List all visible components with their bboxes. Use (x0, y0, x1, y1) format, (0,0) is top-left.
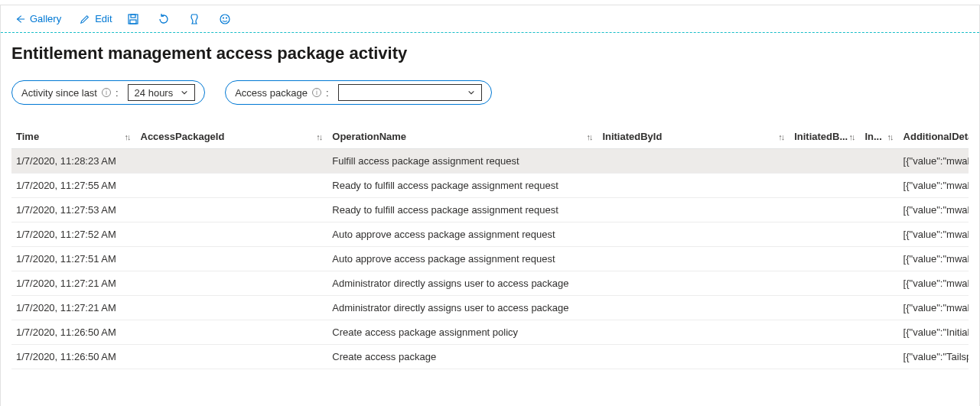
activity-dropdown[interactable]: 24 hours (128, 84, 196, 101)
cell-in (860, 345, 898, 369)
pin-button[interactable] (187, 12, 201, 26)
table-header-row: Time↑↓ AccessPackageId↑↓ OperationName↑↓… (11, 125, 969, 149)
cell-op: Ready to fulfill access package assignme… (327, 198, 597, 222)
cell-in (860, 149, 898, 174)
cell-in (860, 198, 898, 222)
activity-label: Activity since last (21, 87, 97, 99)
table-row[interactable]: 1/7/2020, 11:27:21 AMAdministrator direc… (11, 296, 969, 320)
cell-in (860, 296, 898, 320)
activity-since-filter[interactable]: Activity since last i : 24 hours (11, 80, 205, 105)
access-pkg-label: Access package (235, 87, 308, 99)
col-header-additionaldetails[interactable]: AdditionalDeta (899, 125, 969, 149)
cell-add: [{"value":"mwah (899, 222, 969, 247)
refresh-button[interactable] (157, 12, 171, 26)
cell-initid (597, 149, 790, 174)
col-header-initiatedb[interactable]: InitiatedB...↑↓ (790, 125, 860, 149)
sort-icon: ↑↓ (887, 132, 893, 141)
cell-pkg (136, 320, 328, 345)
feedback-button[interactable] (218, 12, 232, 26)
section-separator (1, 32, 979, 33)
svg-point-4 (223, 18, 223, 18)
cell-in (860, 222, 898, 247)
cell-time: 1/7/2020, 11:26:50 AM (11, 320, 136, 345)
svg-point-3 (220, 15, 230, 24)
chevron-down-icon (467, 89, 475, 96)
back-arrow-icon (15, 14, 25, 24)
smiley-icon (219, 13, 231, 25)
col-header-operationname[interactable]: OperationName↑↓ (327, 125, 597, 149)
cell-pkg (136, 345, 328, 369)
cell-pkg (136, 149, 328, 174)
cell-time: 1/7/2020, 11:27:51 AM (11, 247, 136, 271)
cell-initb (790, 198, 860, 222)
sort-icon: ↑↓ (316, 132, 321, 141)
cell-time: 1/7/2020, 11:26:50 AM (11, 345, 136, 369)
cell-initb (790, 345, 860, 369)
access-package-filter[interactable]: Access package i : (225, 80, 491, 105)
cell-op: Auto approve access package assignment r… (327, 222, 597, 247)
table-row[interactable]: 1/7/2020, 11:27:53 AMReady to fulfill ac… (11, 198, 969, 222)
cell-initb (790, 222, 860, 247)
edit-link[interactable]: Edit (77, 11, 115, 26)
cell-add: [{"value":"mwah (899, 296, 969, 320)
cell-initid (597, 296, 790, 320)
results-table-wrap: Time↑↓ AccessPackageId↑↓ OperationName↑↓… (11, 125, 969, 369)
cell-add: [{"value":"mwah (899, 149, 969, 174)
col-header-op-label: OperationName (332, 131, 406, 142)
sort-icon: ↑↓ (125, 132, 130, 141)
cell-pkg (136, 247, 328, 271)
cell-initid (597, 271, 790, 296)
table-row[interactable]: 1/7/2020, 11:27:21 AMAdministrator direc… (11, 271, 969, 296)
table-row[interactable]: 1/7/2020, 11:26:50 AMCreate access packa… (11, 345, 969, 369)
table-row[interactable]: 1/7/2020, 11:27:51 AMAuto approve access… (11, 247, 969, 271)
col-header-time[interactable]: Time↑↓ (11, 125, 136, 149)
table-row[interactable]: 1/7/2020, 11:28:23 AMFulfill access pack… (11, 149, 969, 174)
info-icon[interactable]: i (102, 88, 111, 97)
table-row[interactable]: 1/7/2020, 11:26:50 AMCreate access packa… (11, 320, 969, 345)
cell-in (860, 174, 898, 198)
content-area: Entitlement management access package ac… (1, 33, 979, 369)
sort-icon: ↑↓ (848, 132, 854, 141)
cell-op: Create access package (327, 345, 597, 369)
gallery-link[interactable]: Gallery (11, 11, 64, 26)
cell-initid (597, 174, 790, 198)
save-button[interactable] (126, 12, 140, 26)
col-header-initid-label: InitiatedById (602, 131, 662, 142)
col-header-accesspackageid[interactable]: AccessPackageId↑↓ (136, 125, 328, 149)
svg-rect-1 (131, 15, 135, 18)
table-row[interactable]: 1/7/2020, 11:27:55 AMReady to fulfill ac… (11, 174, 969, 198)
toolbar: Gallery Edit (1, 5, 979, 32)
sort-icon: ↑↓ (586, 132, 591, 141)
cell-initid (597, 222, 790, 247)
cell-op: Administrator directly assigns user to a… (327, 271, 597, 296)
col-header-initb-label: InitiatedB... (794, 131, 848, 142)
cell-time: 1/7/2020, 11:27:52 AM (11, 222, 136, 247)
table-body: 1/7/2020, 11:28:23 AMFulfill access pack… (11, 149, 969, 369)
cell-add: [{"value":"Tailspi (899, 345, 969, 369)
cell-initb (790, 247, 860, 271)
cell-in (860, 271, 898, 296)
cell-initb (790, 296, 860, 320)
cell-initb (790, 271, 860, 296)
workbook-panel: Gallery Edit Entitlement management acce… (0, 5, 980, 406)
info-icon[interactable]: i (312, 88, 321, 97)
cell-op: Fulfill access package assignment reques… (327, 149, 597, 174)
activity-value: 24 hours (135, 87, 174, 99)
cell-time: 1/7/2020, 11:27:21 AM (11, 271, 136, 296)
col-header-in[interactable]: In...↑↓ (860, 125, 898, 149)
cell-in (860, 247, 898, 271)
cell-add: [{"value":"mwah (899, 271, 969, 296)
cell-initb (790, 149, 860, 174)
cell-in (860, 320, 898, 345)
cell-add: [{"value":"mwah (899, 198, 969, 222)
col-header-initiatedbyid[interactable]: InitiatedById↑↓ (597, 125, 790, 149)
col-header-time-label: Time (16, 131, 39, 142)
cell-initid (597, 320, 790, 345)
access-pkg-dropdown[interactable] (338, 84, 482, 101)
sort-icon: ↑↓ (778, 132, 783, 141)
cell-pkg (136, 198, 328, 222)
cell-initid (597, 247, 790, 271)
pin-icon (188, 13, 200, 25)
cell-time: 1/7/2020, 11:27:21 AM (11, 296, 136, 320)
table-row[interactable]: 1/7/2020, 11:27:52 AMAuto approve access… (11, 222, 969, 247)
